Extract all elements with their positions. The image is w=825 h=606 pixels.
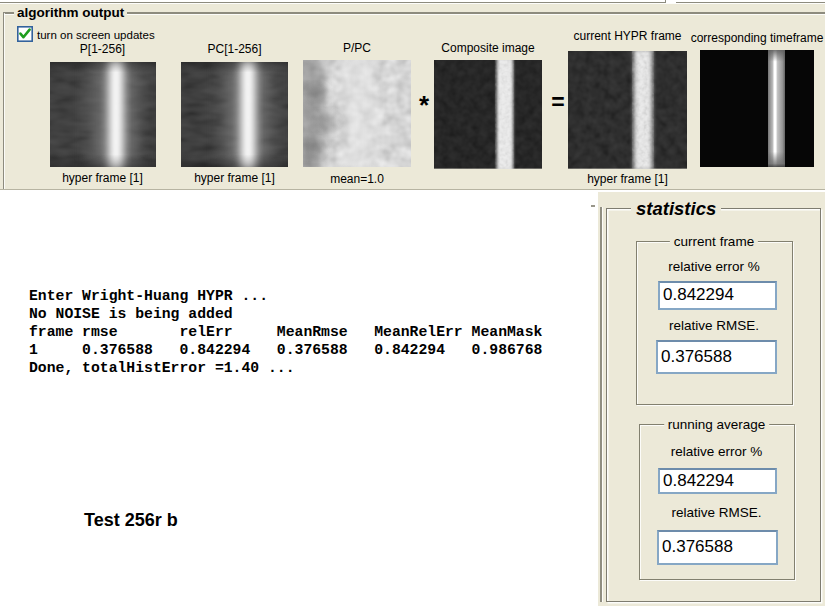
test-annotation: Test 256r b [84, 510, 178, 531]
cf-relative-error-input[interactable] [658, 281, 777, 310]
ra-relative-error-label: relative error % [640, 445, 794, 459]
console-line: frame rmse relErr MeanRmse MeanRelErr Me… [29, 323, 542, 341]
running-average-title: running average [664, 417, 770, 432]
console-line: Done, totalHistError =1.40 ... [29, 359, 542, 377]
current-frame-groupbox: current frame relative error % relative … [636, 241, 793, 405]
running-average-groupbox: running average relative error % relativ… [639, 424, 795, 580]
equals-operator: = [548, 91, 568, 114]
matlab-gui: algorithm output turn on screen updates … [0, 0, 825, 606]
current-frame-title: current frame [670, 234, 758, 249]
console-line: Enter Wright-Huang HYPR ... [29, 287, 542, 305]
etch-highlight [0, 3, 825, 4]
stats-etch-line-highlight [602, 207, 604, 602]
ra-relative-error-input[interactable] [658, 468, 777, 495]
image-timeframe [700, 50, 814, 167]
console-line: No NOISE is being added [29, 305, 542, 323]
crop-fragment-dash [591, 205, 595, 207]
ra-relative-rmse-input[interactable] [657, 530, 778, 565]
image-caption-ppc: mean=1.0 [247, 173, 467, 185]
image-pc [181, 62, 288, 167]
console-line: 1 0.376588 0.842294 0.376588 0.842294 0.… [29, 341, 542, 359]
statistics-panel: statistics current frame relative error … [598, 192, 825, 606]
multiply-operator: * [414, 92, 434, 118]
screen-updates-checkbox[interactable] [17, 26, 33, 42]
ra-relative-rmse-label: relative RMSE. [640, 506, 794, 520]
panel-title: algorithm output [14, 5, 127, 21]
cf-relative-rmse-label: relative RMSE. [637, 319, 792, 333]
image-caption-hypr: hyper frame [1] [518, 173, 738, 185]
image-ppc [303, 60, 411, 167]
image-title-composite: Composite image [378, 42, 598, 54]
statistics-groupbox: statistics current frame relative error … [606, 208, 821, 603]
groupbox-left-border-highlight [4, 13, 5, 189]
image-p [50, 62, 156, 167]
cf-relative-error-label: relative error % [637, 260, 792, 274]
checkbox-checked-icon [17, 26, 33, 42]
statistics-title: statistics [631, 199, 721, 218]
image-title-timeframe: corresponding timeframe [647, 32, 825, 44]
screen-updates-label: turn on screen updates [37, 29, 155, 42]
cf-relative-rmse-input[interactable] [656, 340, 777, 375]
image-composite [434, 60, 542, 169]
console-output: Enter Wright-Huang HYPR ... No NOISE is … [29, 287, 542, 377]
image-hypr [568, 51, 687, 169]
